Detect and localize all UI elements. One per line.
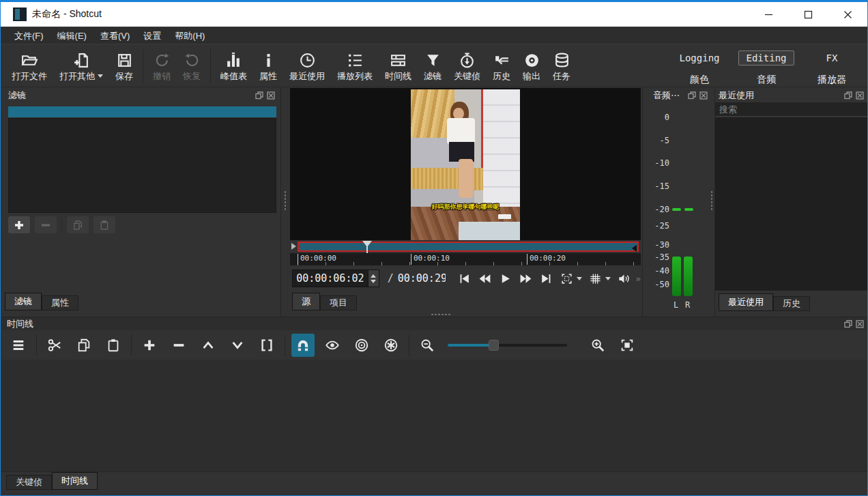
toolbar-redo-button[interactable]: 恢复 [177,48,207,85]
float-panel-button[interactable] [844,319,852,331]
toolbar-keyframes-button[interactable]: 关键侦 [448,48,487,85]
selected-filter-row[interactable] [8,106,276,117]
skip-previous-button[interactable] [456,270,472,287]
play-button[interactable] [497,270,513,287]
layout-color-button[interactable]: 颜色 [683,72,716,87]
menu-item-3[interactable]: 设置 [137,28,167,44]
float-panel-button[interactable] [255,90,263,102]
toolbar-playlist-button[interactable]: 播放列表 [331,48,379,85]
video-viewport[interactable]: 好吗那你想学哪句哪些呢 [290,88,641,240]
menu-item-2[interactable]: 查看(V) [94,28,136,44]
timeline-ripple-all-tracks-button[interactable] [379,334,403,357]
trim-bar[interactable] [290,241,641,253]
grid-button[interactable] [587,270,603,287]
recent-list[interactable] [715,117,868,291]
timeline-tracks-area[interactable] [1,360,868,472]
close-panel-button[interactable] [856,319,864,331]
out-point-marker[interactable] [632,245,637,252]
position-spin-buttons[interactable] [368,270,379,287]
slider-handle[interactable] [489,340,499,351]
float-panel-button[interactable] [844,90,852,102]
toolbar-jobs-button[interactable]: 任务 [547,48,577,85]
title-bar[interactable]: 未命名 - Shotcut [1,1,867,27]
timeline-scrub-while-dragging-button[interactable] [321,334,344,357]
float-panel-button[interactable] [688,90,696,102]
paste-filters-button[interactable] [93,216,115,233]
toolbar-save-button[interactable]: 保存 [109,48,139,85]
timeline-append-button[interactable] [138,334,161,357]
timeline-zoom-slider[interactable] [448,340,567,351]
timeline-ripple-delete-button[interactable] [167,334,190,357]
remove-filter-button[interactable] [35,216,57,233]
panel-splitter[interactable] [710,190,713,211]
maximize-button[interactable] [788,2,828,27]
close-panel-button[interactable] [267,90,275,102]
db-scale-label: -10 [642,158,669,168]
toolbar-history-button[interactable]: 历史 [487,48,517,85]
timeline-zoom-fit-button[interactable] [616,334,639,357]
toolbar-open-file-button[interactable]: 打开文件 [5,48,53,85]
layout-editing-button[interactable]: Editing [738,50,794,65]
timeline-zoom-in-button[interactable] [586,334,609,357]
spin-up-icon[interactable] [371,274,376,278]
toolbar-export-button[interactable]: 输出 [517,48,547,85]
toolbar-recent-button[interactable]: 最近使用 [283,48,331,85]
selected-range-bar[interactable] [298,242,639,252]
dock-tab-1[interactable]: 时间线 [52,472,98,490]
skip-next-button[interactable] [538,270,554,287]
dropdown-caret-icon[interactable] [577,277,582,280]
timeline-cut-button[interactable] [43,334,66,357]
rewind-button[interactable] [476,270,493,287]
toolbar-overflow-icon[interactable]: » [635,274,641,284]
timeline-snap-button[interactable] [291,334,315,357]
layout-audio-button[interactable]: 音频 [750,72,783,87]
time-ruler[interactable]: 00:00:0000:00:1000:00:20 [290,253,641,265]
position-spinbox[interactable]: 00:00:06:02 [292,269,379,287]
horizontal-splitter[interactable] [431,313,451,316]
overflow-ellipsis-icon[interactable]: ⋯ [671,90,680,100]
spin-down-icon[interactable] [371,280,376,283]
timeline-copy-button[interactable] [72,334,96,357]
filter-list[interactable] [8,118,276,213]
add-filter-button[interactable] [8,216,30,233]
menu-item-1[interactable]: 编辑(E) [51,28,93,44]
toolbar-timeline-button[interactable]: 时间线 [379,48,418,85]
recent-tab-0[interactable]: 最近使用 [719,293,773,311]
filters-tab-0[interactable]: 滤镜 [5,293,42,310]
recent-tab-1[interactable]: 历史 [773,296,810,311]
timeline-lift-button[interactable] [197,334,220,357]
menu-item-4[interactable]: 帮助(H) [169,28,211,44]
minimize-button[interactable] [749,2,788,27]
panel-splitter[interactable] [284,190,287,211]
fast-forward-button[interactable] [517,270,534,287]
volume-button[interactable] [616,270,632,287]
timeline-zoom-out-button[interactable] [416,334,439,357]
copy-filters-button[interactable] [67,216,89,233]
close-button[interactable] [828,2,867,27]
in-point-marker[interactable] [291,243,296,250]
toolbar-filters-button[interactable]: 滤镜 [418,48,448,85]
close-panel-button[interactable] [856,90,864,102]
toolbar-properties-button[interactable]: 属性 [253,48,283,85]
player-tab-1[interactable]: 项目 [320,295,357,310]
toolbar-open-other-button[interactable]: 打开其他 [53,48,109,85]
timeline-split-button[interactable] [255,334,278,357]
timeline-ripple-button[interactable] [350,334,373,357]
timeline-overwrite-button[interactable] [226,334,249,357]
close-panel-button[interactable] [699,90,708,102]
playhead-marker[interactable] [362,241,372,247]
layout-logging-button[interactable]: Logging [672,51,726,65]
timeline-paste-button[interactable] [102,334,125,357]
toolbar-peak-meter-button[interactable]: 峰值表 [214,48,253,85]
search-input[interactable] [715,102,868,117]
toolbar-undo-button[interactable]: 撤销 [147,48,177,85]
dock-tab-0[interactable]: 关键侦 [6,475,52,490]
player-tab-0[interactable]: 源 [292,293,320,310]
layout-fx-button[interactable]: FX [820,51,845,65]
filters-tab-1[interactable]: 属性 [42,295,78,310]
zoom-toggle-button[interactable] [558,270,575,287]
timeline-menu-button[interactable] [7,334,30,357]
layout-player-button[interactable]: 播放器 [811,72,853,87]
dropdown-caret-icon[interactable] [605,277,611,280]
menu-item-0[interactable]: 文件(F) [8,28,50,44]
